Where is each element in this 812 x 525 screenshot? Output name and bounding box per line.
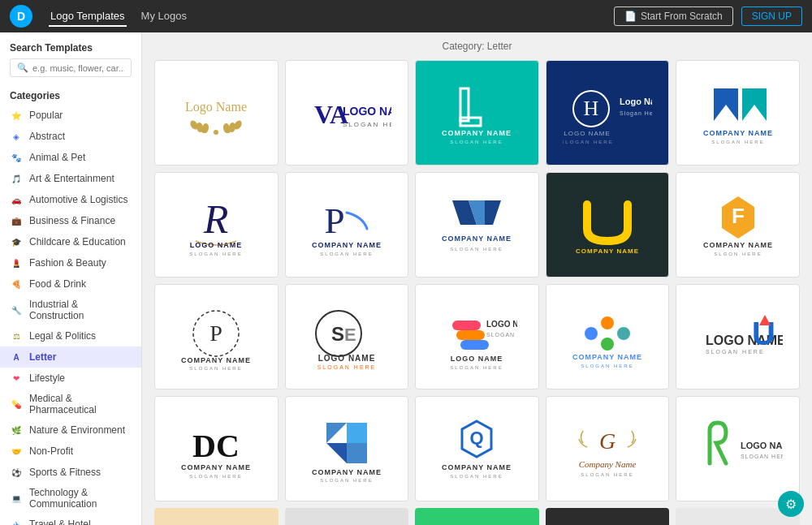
svg-marker-72 [326,423,347,443]
nav-logo-templates[interactable]: Logo Templates [49,6,127,27]
logo-card-15[interactable]: LOGO NAME SLOGAN HERE U [676,284,800,389]
sidebar-item-animal[interactable]: 🐾 Animal & Pet [0,147,141,168]
sidebar-item-sports[interactable]: ⚽ Sports & Fitness [0,462,141,483]
search-input[interactable] [32,63,124,73]
category-header: Category: Letter [154,41,800,52]
G-wreath-logo-svg: G Company Name SLOGAN HERE [567,415,648,484]
logo-card-2[interactable]: VA LOGO NAME SLOGAN HERE [285,60,409,166]
sidebar-item-travel[interactable]: ✈ Travel & Hotel [0,514,141,525]
strip-card-1[interactable] [154,508,279,525]
lifestyle-icon: ❤ [10,372,23,385]
app-logo[interactable]: D [10,5,32,28]
sidebar-item-letter[interactable]: A Letter [0,346,141,368]
sidebar: Search Templates 🔍 Categories ⭐ Popular … [0,32,142,525]
Q-hex-logo-svg: Q COMPANY NAME SLOGAN HERE [436,415,517,484]
logo-card-12[interactable]: S E LOGO NAME SLOGAN HERE [285,284,409,389]
svg-text:LOGO NAME: LOGO NAME [343,105,391,118]
svg-rect-13 [460,88,469,121]
sidebar-item-label: Abstract [29,131,65,142]
sidebar-item-legal[interactable]: ⚖ Legal & Politics [0,325,141,346]
sidebar-item-nonprofit[interactable]: 🤝 Non-Profit [0,441,141,462]
logo-card-8[interactable]: COMPANY NAME SLOGAN HERE [415,172,539,278]
svg-text:Company Name: Company Name [579,459,637,469]
svg-marker-75 [347,443,367,463]
svg-rect-53 [456,330,485,340]
logo-card-1[interactable]: Logo Name [154,60,279,166]
sidebar-item-childcare[interactable]: 🎓 Childcare & Education [0,231,141,252]
svg-text:Slogan Here: Slogan Here [620,110,652,117]
document-icon: 📄 [624,11,637,22]
sidebar-item-business[interactable]: 💼 Business & Finance [0,210,141,231]
nav-my-logos[interactable]: My Logos [140,6,188,27]
sidebar-item-fashion[interactable]: 💄 Fashion & Beauty [0,252,141,273]
settings-button[interactable]: ⚙ [778,491,804,517]
start-from-scratch-button[interactable]: 📄 Start From Scratch [614,6,733,26]
animal-icon: 🐾 [10,151,23,164]
logo-preview-11: P COMPANY NAME SLOGAN HERE [163,293,270,381]
U-yellow-logo-svg: COMPANY NAME [567,192,648,257]
sidebar-item-technology[interactable]: 💻 Technology & Communication [0,483,141,514]
svg-text:SLOGAN HERE: SLOGAN HERE [563,140,614,144]
logo-card-3[interactable]: COMPANY NAME SLOGAN HERE [415,60,539,166]
sidebar-item-automotive[interactable]: 🚗 Automotive & Logistics [0,189,141,210]
svg-point-7 [201,128,206,133]
SP-logo-svg: S E LOGO NAME SLOGAN HERE [302,303,391,372]
page-layout: Search Templates 🔍 Categories ⭐ Popular … [0,32,812,525]
logo-card-19[interactable]: G Company Name SLOGAN HERE [546,396,670,501]
svg-text:LOGO NAME: LOGO NAME [564,130,610,137]
logo-card-10[interactable]: F COMPANY NAME SLGON HERE [676,172,800,278]
logo-card-6[interactable]: R LOGO NAME SLOGAN HERE [154,172,279,278]
svg-text:SLOGAN HERE: SLOGAN HERE [451,140,503,144]
industrial-icon: 🔧 [10,303,23,316]
search-section: Search Templates 🔍 [0,42,141,85]
logo-card-14[interactable]: COMPANY NAME SLOGAN HERE [546,284,670,389]
sidebar-item-art[interactable]: 🎵 Art & Entertainment [0,168,141,189]
travel-icon: ✈ [10,518,23,525]
svg-text:COMPANY NAME: COMPANY NAME [703,241,773,249]
sidebar-item-label: Technology & Communication [29,487,132,510]
svg-text:Logo Name: Logo Name [620,97,652,106]
logo-card-16[interactable]: DC COMPANY NAME SLOGAN HERE [154,396,279,501]
sidebar-item-label: Travel & Hotel [29,519,91,525]
logo-card-18[interactable]: Q COMPANY NAME SLOGAN HERE [415,396,539,501]
sidebar-item-medical[interactable]: 💊 Medical & Pharmaceutical [0,389,141,420]
sidebar-item-food[interactable]: 🍕 Food & Drink [0,273,141,295]
sidebar-item-nature[interactable]: 🌿 Nature & Environment [0,420,141,441]
logo-card-17[interactable]: COMPANY NAME SLOGAN HERE [285,396,409,501]
svg-text:Q: Q [470,428,484,448]
sidebar-item-label: Business & Finance [29,215,115,226]
strip-card-3[interactable] [415,508,539,525]
H-circle-logo-svg: H Logo Name Slogan Here LOGO NAME SLOGAN… [563,80,652,145]
svg-text:Logo Name: Logo Name [185,100,247,114]
sidebar-item-popular[interactable]: ⭐ Popular [0,105,141,126]
sidebar-item-abstract[interactable]: ◈ Abstract [0,126,141,147]
svg-text:LOGO NAME: LOGO NAME [190,241,243,249]
logo-card-7[interactable]: P COMPANY NAME SLOGAN HERE [285,172,409,278]
svg-text:H: H [584,97,599,120]
logo-card-5[interactable]: COMPANY NAME SLOGAN HERE [676,60,800,166]
svg-text:SLOGAN HERE: SLOGAN HERE [486,332,517,338]
logo-preview-13: LOGO NAME SLOGAN HERE LOGO NAME SLOGAN H… [424,293,530,381]
svg-text:LOGO NAME: LOGO NAME [451,355,503,363]
logo-card-9[interactable]: COMPANY NAME [546,172,670,278]
sidebar-item-label: Legal & Politics [29,330,96,342]
logo-card-4[interactable]: H Logo Name Slogan Here LOGO NAME SLOGAN… [546,60,670,166]
strip-card-2[interactable] [285,508,409,525]
strip-card-4[interactable] [546,508,670,525]
svg-text:SLOGAN HERE: SLOGAN HERE [317,364,377,370]
DC-logo-svg: DC COMPANY NAME SLOGAN HERE [175,415,257,484]
logo-card-13[interactable]: LOGO NAME SLOGAN HERE LOGO NAME SLOGAN H… [415,284,539,389]
logo-preview-10: F COMPANY NAME SLGON HERE [685,181,791,269]
signup-button[interactable]: SIGN UP [741,6,802,26]
logo-card-20[interactable]: LOGO NAME SLOGAN HERE [676,396,800,501]
VA-angular-logo-svg: COMPANY NAME SLOGAN HERE [436,192,517,257]
logo-card-11[interactable]: P COMPANY NAME SLOGAN HERE [154,284,279,389]
sidebar-item-lifestyle[interactable]: ❤ Lifestyle [0,368,141,389]
svg-text:G: G [599,428,615,454]
logo-preview-2: VA LOGO NAME SLOGAN HERE [294,69,400,157]
svg-text:SLOGAN HERE: SLOGAN HERE [451,247,503,252]
svg-text:SLOGAN HERE: SLOGAN HERE [581,364,633,368]
legal-icon: ⚖ [10,329,23,342]
sidebar-item-industrial[interactable]: 🔧 Industrial & Construction [0,295,141,325]
nature-icon: 🌿 [10,424,23,437]
